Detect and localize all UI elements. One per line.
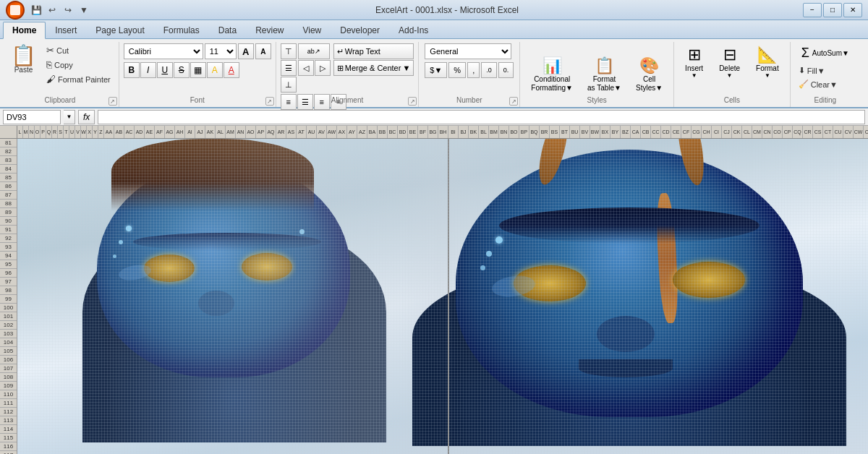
col-header-CO[interactable]: CO [773, 126, 783, 138]
col-header-BC[interactable]: BC [388, 126, 398, 138]
col-header-CF[interactable]: CF [681, 126, 692, 138]
tab-developer[interactable]: Developer [331, 22, 389, 38]
sheet-content[interactable] [17, 139, 868, 454]
tab-pagelayout[interactable]: Page Layout [86, 22, 153, 38]
col-header-BX[interactable]: BX [600, 126, 610, 138]
redo-button[interactable]: ↪ [61, 3, 75, 17]
row-header-83[interactable]: 83 [0, 156, 17, 165]
office-button[interactable] [6, 1, 25, 20]
col-header-BB[interactable]: BB [378, 126, 388, 138]
col-header-CW[interactable]: CW [854, 126, 864, 138]
row-header-107[interactable]: 107 [0, 364, 17, 373]
conditional-formatting-button[interactable]: 📊 ConditionalFormatting▼ [524, 54, 579, 95]
row-header-96[interactable]: 96 [0, 269, 17, 278]
customize-qa-button[interactable]: ▼ [77, 3, 91, 17]
format-as-table-button[interactable]: 📋 Formatas Table▼ [581, 54, 628, 95]
italic-button[interactable]: I [140, 62, 156, 78]
col-header-CV[interactable]: CV [843, 126, 854, 138]
col-header-AK[interactable]: AK [205, 126, 216, 138]
name-box-dropdown[interactable]: ▼ [64, 110, 75, 124]
col-header-CQ[interactable]: CQ [793, 126, 803, 138]
col-header-T[interactable]: T [64, 126, 69, 138]
col-header-CC[interactable]: CC [651, 126, 661, 138]
strikethrough-button[interactable]: S [174, 62, 190, 78]
row-header-108[interactable]: 108 [0, 373, 17, 382]
col-header-BZ[interactable]: BZ [621, 126, 631, 138]
row-header-86[interactable]: 86 [0, 182, 17, 191]
cut-button[interactable]: ✂ Cut [43, 43, 114, 57]
col-header-AV[interactable]: AV [317, 126, 327, 138]
col-header-AB[interactable]: AB [114, 126, 124, 138]
row-header-95[interactable]: 95 [0, 260, 17, 269]
col-header-AY[interactable]: AY [347, 126, 357, 138]
font-family-select[interactable]: Calibri [124, 43, 203, 59]
font-color-button[interactable]: A [224, 62, 239, 78]
font-shrink-button[interactable]: A [255, 43, 271, 59]
row-header-97[interactable]: 97 [0, 278, 17, 286]
col-header-BO[interactable]: BO [509, 126, 519, 138]
col-header-BW[interactable]: BW [590, 126, 600, 138]
col-header-AW[interactable]: AW [327, 126, 337, 138]
col-header-AF[interactable]: AF [155, 126, 165, 138]
col-header-AU[interactable]: AU [307, 126, 317, 138]
col-header-O[interactable]: O [35, 126, 41, 138]
col-header-BI[interactable]: BI [448, 126, 459, 138]
row-header-94[interactable]: 94 [0, 252, 17, 260]
col-header-BR[interactable]: BR [540, 126, 550, 138]
font-expander[interactable]: ↗ [265, 97, 274, 106]
col-header-Q[interactable]: Q [46, 126, 52, 138]
format-cells-button[interactable]: 📐 Format ▼ [749, 43, 786, 81]
row-header-90[interactable]: 90 [0, 217, 17, 226]
indent-decrease-button[interactable]: ◁ [298, 60, 314, 76]
align-top-button[interactable]: ⊤ [281, 43, 297, 59]
col-header-BU[interactable]: BU [570, 126, 580, 138]
col-header-CH[interactable]: CH [702, 126, 712, 138]
col-header-BK[interactable]: BK [469, 126, 479, 138]
col-header-R[interactable]: R [52, 126, 58, 138]
tab-addins[interactable]: Add-Ins [389, 22, 438, 38]
col-header-AM[interactable]: AM [226, 126, 236, 138]
col-header-CI[interactable]: CI [712, 126, 722, 138]
number-format-select[interactable]: General [425, 43, 511, 59]
row-header-99[interactable]: 99 [0, 295, 17, 304]
align-middle-button[interactable]: ☰ [281, 60, 297, 76]
insert-cells-button[interactable]: ⊞ Insert ▼ [678, 43, 710, 81]
col-header-AA[interactable]: AA [104, 126, 114, 138]
comma-button[interactable]: , [467, 62, 480, 78]
dec-increase-button[interactable]: .0 [481, 62, 497, 78]
col-header-CA[interactable]: CA [631, 126, 641, 138]
row-header-100[interactable]: 100 [0, 304, 17, 312]
col-header-CL[interactable]: CL [742, 126, 752, 138]
row-header-105[interactable]: 105 [0, 347, 17, 356]
col-header-BA[interactable]: BA [367, 126, 378, 138]
row-header-88[interactable]: 88 [0, 200, 17, 208]
col-header-CB[interactable]: CB [641, 126, 651, 138]
undo-button[interactable]: ↩ [45, 3, 59, 17]
col-header-CP[interactable]: CP [783, 126, 793, 138]
col-header-BV[interactable]: BV [580, 126, 590, 138]
col-header-CS[interactable]: CS [813, 126, 823, 138]
col-header-AG[interactable]: AG [165, 126, 175, 138]
col-header-U[interactable]: U [69, 126, 75, 138]
currency-button[interactable]: $▼ [425, 62, 447, 78]
row-header-93[interactable]: 93 [0, 243, 17, 252]
col-header-BN[interactable]: BN [499, 126, 509, 138]
font-grow-button[interactable]: A [238, 43, 254, 59]
col-header-CN[interactable]: CN [762, 126, 773, 138]
col-header-AZ[interactable]: AZ [357, 126, 367, 138]
maximize-button[interactable]: □ [823, 3, 842, 17]
row-header-111[interactable]: 111 [0, 399, 17, 408]
clear-button[interactable]: 🧹 Clear▼ [795, 78, 841, 90]
col-header-AC[interactable]: AC [124, 126, 135, 138]
row-header-103[interactable]: 103 [0, 330, 17, 338]
row-header-87[interactable]: 87 [0, 191, 17, 200]
alignment-expander[interactable]: ↗ [408, 97, 417, 106]
col-header-AL[interactable]: AL [216, 126, 226, 138]
row-header-84[interactable]: 84 [0, 165, 17, 174]
insert-function-button[interactable]: fx [78, 110, 95, 124]
border-button[interactable]: ▦ [190, 62, 206, 78]
col-header-CJ[interactable]: CJ [722, 126, 732, 138]
col-header-AE[interactable]: AE [145, 126, 155, 138]
cell-styles-button[interactable]: 🎨 CellStyles▼ [629, 54, 669, 95]
col-header-Z[interactable]: Z [98, 126, 104, 138]
